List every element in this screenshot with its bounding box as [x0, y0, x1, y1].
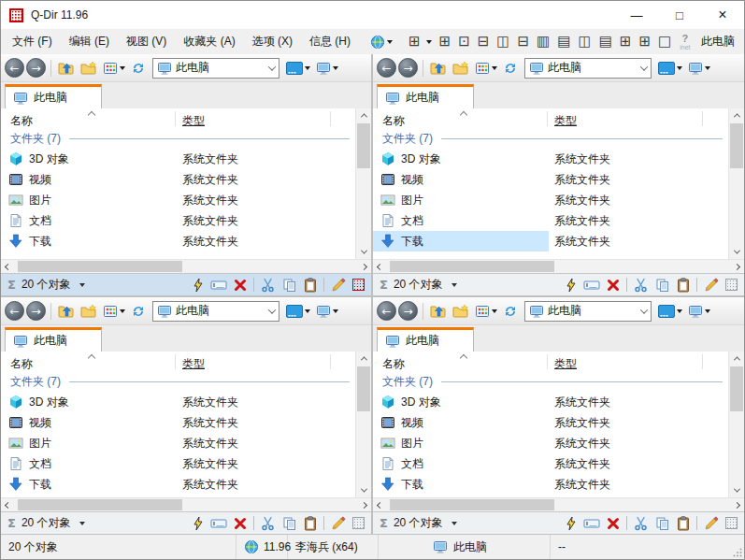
scroll-up-button[interactable]	[729, 108, 744, 122]
view-mode-button[interactable]	[101, 58, 127, 79]
file-row[interactable]: 下载系统文件夹	[1, 231, 355, 251]
parent-folder-button[interactable]	[56, 301, 77, 322]
back-button[interactable]: ←	[377, 58, 396, 78]
tab-this-pc[interactable]: 此电脑	[377, 84, 474, 108]
column-header-type[interactable]: 类型	[554, 356, 577, 372]
column-divider[interactable]	[547, 354, 548, 369]
computer-button[interactable]	[314, 58, 340, 79]
layout-icon-5[interactable]: ▥	[533, 35, 553, 49]
column-header-name[interactable]: 名称	[382, 113, 405, 129]
file-row[interactable]: 文档系统文件夹	[373, 210, 728, 231]
delete-button[interactable]	[234, 279, 247, 292]
cut-button[interactable]	[634, 278, 649, 293]
file-row[interactable]: 文档系统文件夹	[1, 210, 355, 231]
layout-icon-8[interactable]: ▤	[595, 35, 616, 49]
cut-button[interactable]	[634, 516, 649, 531]
scroll-down-button[interactable]	[356, 483, 371, 497]
column-header-type[interactable]: 类型	[182, 113, 205, 129]
count-dropdown-arrow[interactable]	[451, 283, 457, 287]
pane-object-count[interactable]: 20 个对象	[394, 515, 443, 531]
new-folder-button[interactable]	[79, 301, 99, 322]
parent-folder-button[interactable]	[428, 301, 449, 322]
tab-this-pc[interactable]: 此电脑	[5, 84, 102, 108]
pane-object-count[interactable]: 20 个对象	[21, 277, 71, 293]
file-row[interactable]: 下载系统文件夹	[373, 474, 728, 495]
scroll-down-button[interactable]	[356, 245, 371, 259]
back-button[interactable]: ←	[5, 58, 24, 78]
copy-button[interactable]	[282, 278, 297, 293]
paste-button[interactable]	[677, 516, 690, 531]
computer-button[interactable]	[314, 301, 340, 322]
horizontal-scrollbar[interactable]	[373, 259, 744, 273]
scroll-up-button[interactable]	[356, 352, 371, 366]
edit-button[interactable]	[704, 278, 719, 293]
paste-button[interactable]	[677, 278, 690, 293]
column-divider[interactable]	[175, 354, 176, 369]
tab-this-pc[interactable]: 此电脑	[5, 327, 102, 352]
file-row[interactable]: 文档系统文件夹	[373, 453, 728, 474]
delete-button[interactable]	[607, 279, 620, 292]
tab-this-pc[interactable]: 此电脑	[377, 327, 474, 352]
layout-icon-7[interactable]: ◫	[574, 35, 595, 49]
layout-icon-10[interactable]: ⊞	[635, 35, 654, 49]
active-pane-indicator[interactable]	[352, 517, 365, 529]
file-row[interactable]: 3D 对象系统文件夹	[1, 149, 355, 169]
column-header-name[interactable]: 名称	[382, 356, 405, 372]
rename-button[interactable]	[210, 517, 227, 530]
menu-item-0[interactable]: 文件 (F)	[4, 29, 61, 54]
address-combobox[interactable]: 此电脑	[524, 58, 652, 79]
copy-button[interactable]	[655, 278, 670, 293]
parent-folder-button[interactable]	[428, 58, 449, 79]
scroll-up-button[interactable]	[729, 352, 744, 366]
resize-grip[interactable]	[731, 535, 744, 559]
count-dropdown-arrow[interactable]	[79, 522, 85, 525]
new-folder-button[interactable]	[451, 301, 471, 322]
column-divider[interactable]	[330, 111, 331, 126]
address-combobox[interactable]: 此电脑	[152, 58, 279, 79]
file-row[interactable]: 下载系统文件夹	[373, 231, 728, 251]
edit-button[interactable]	[704, 516, 719, 531]
view-mode-button[interactable]	[473, 301, 499, 322]
column-header-type[interactable]: 类型	[182, 356, 205, 372]
horizontal-scrollbar[interactable]	[1, 497, 371, 511]
file-row[interactable]: 视频系统文件夹	[1, 169, 355, 190]
horizontal-scroll-thumb[interactable]	[18, 261, 182, 272]
copy-button[interactable]	[655, 516, 670, 531]
delete-button[interactable]	[234, 517, 247, 530]
view-mode-button[interactable]	[101, 301, 127, 322]
address-combobox[interactable]: 此电脑	[152, 301, 279, 322]
horizontal-scrollbar[interactable]	[1, 259, 371, 273]
refresh-button[interactable]	[129, 58, 148, 79]
menu-item-1[interactable]: 编辑 (E)	[61, 29, 118, 54]
forward-button[interactable]: →	[26, 301, 46, 321]
rename-button[interactable]	[583, 517, 600, 530]
scroll-right-button[interactable]	[357, 498, 371, 511]
file-row[interactable]: 下载系统文件夹	[1, 474, 355, 495]
maximize-button[interactable]: □	[658, 1, 701, 29]
file-row[interactable]: 图片系统文件夹	[373, 433, 728, 453]
address-combobox[interactable]: 此电脑	[524, 301, 652, 322]
file-row[interactable]: 图片系统文件夹	[1, 190, 355, 210]
close-button[interactable]: ×	[701, 1, 744, 29]
column-divider[interactable]	[702, 111, 703, 126]
count-dropdown-arrow[interactable]	[451, 522, 457, 525]
group-header[interactable]: 文件夹 (7)	[1, 372, 355, 392]
group-header[interactable]: 文件夹 (7)	[373, 372, 728, 392]
back-button[interactable]: ←	[377, 301, 396, 321]
parent-folder-button[interactable]	[56, 58, 77, 79]
rename-button[interactable]	[583, 279, 600, 292]
menu-item-3[interactable]: 收藏夹 (A)	[175, 29, 243, 54]
file-row[interactable]: 3D 对象系统文件夹	[373, 149, 728, 169]
quick-action-button[interactable]	[193, 278, 204, 293]
quick-action-button[interactable]	[193, 516, 204, 531]
layout-icon-2[interactable]: ⊟	[474, 35, 494, 49]
forward-button[interactable]: →	[398, 301, 418, 321]
layout-icon-4[interactable]: ⊟	[514, 35, 534, 49]
layout-icon-9[interactable]: ⊞	[616, 35, 636, 49]
vertical-scrollbar[interactable]	[728, 352, 744, 497]
edit-button[interactable]	[331, 278, 346, 293]
file-row[interactable]: 3D 对象系统文件夹	[373, 392, 728, 412]
count-dropdown-arrow[interactable]	[79, 283, 85, 287]
language-globe-button[interactable]	[362, 29, 401, 54]
edit-button[interactable]	[331, 516, 346, 531]
